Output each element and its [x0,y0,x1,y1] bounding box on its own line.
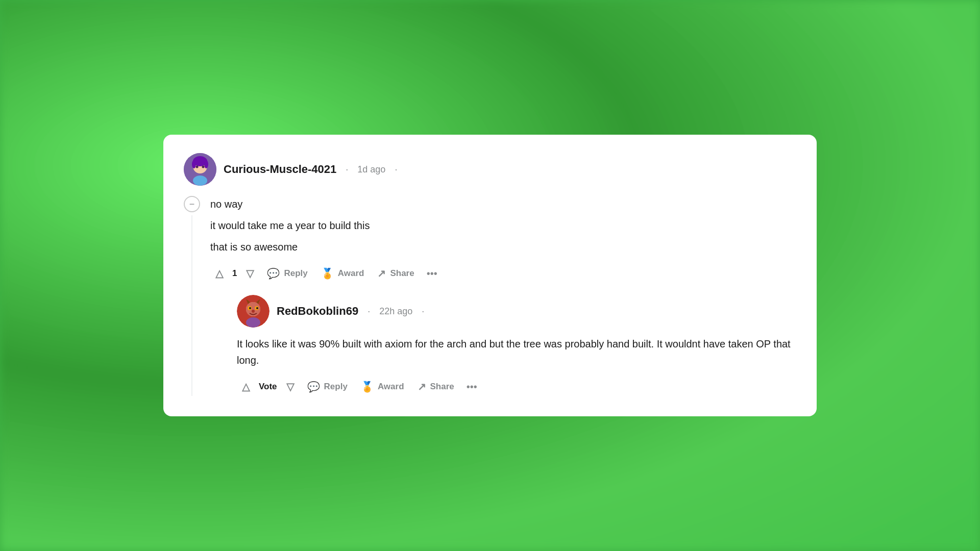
reply-more-button[interactable]: ••• [462,378,481,396]
reply-share-icon: ↗ [418,381,426,393]
reply-label: Reply [284,268,307,279]
reply-vote-label: Vote [259,382,277,392]
share-label: Share [390,268,414,279]
upvote-icon: △ [215,267,223,280]
comment-actions: △ 1 ▽ 💬 Reply 🏅 A [210,264,796,283]
svg-point-18 [252,310,255,313]
comment-line-1: no way [210,196,796,212]
award-icon: 🏅 [321,267,334,280]
share-button[interactable]: ↗ Share [372,264,419,283]
svg-point-6 [196,166,199,168]
reply-section: RedBokoblin69 · 22h ago · It looks like … [237,295,796,396]
comment-content: no way it would take me a year to build … [210,196,796,396]
share-icon: ↗ [377,267,386,280]
reply-timestamp: 22h ago [379,306,412,317]
svg-point-5 [204,160,208,168]
svg-point-19 [246,317,260,328]
svg-point-14 [249,307,251,309]
reply-award-icon: 🏅 [361,381,374,393]
vote-count: 1 [232,268,237,279]
reply-text: It looks like it was 90% built with axio… [237,336,796,368]
svg-point-4 [192,160,196,168]
award-button[interactable]: 🏅 Award [316,264,370,283]
reply-avatar [237,295,270,328]
reply-more-icon: ••• [467,381,477,392]
comment-body: − no way it would take me a year to buil… [184,196,796,396]
more-button[interactable]: ••• [423,265,442,283]
more-icon: ••• [427,268,437,279]
reply-actions: △ Vote ▽ 💬 Reply [237,378,796,396]
reply-award-label: Award [378,382,404,392]
top-comment-username: Curious-Muscle-4021 [224,163,336,176]
reply-reply-label: Reply [324,382,348,392]
reply-share-label: Share [430,382,454,392]
reply-reply-button[interactable]: 💬 Reply [302,378,353,396]
vote-section: △ 1 ▽ [210,264,259,283]
svg-point-7 [202,166,205,168]
downvote-button[interactable]: ▽ [241,264,259,283]
award-label: Award [338,268,364,279]
reply-downvote-icon: ▽ [286,381,294,393]
reply-downvote-button[interactable]: ▽ [281,378,299,396]
comment-header: Curious-Muscle-4021 · 1d ago · [184,153,796,186]
collapse-button[interactable]: − [184,196,200,212]
avatar [184,153,216,186]
top-comment: Curious-Muscle-4021 · 1d ago · − no way … [184,153,796,396]
reply-upvote-button[interactable]: △ [237,378,255,396]
svg-point-8 [193,176,207,186]
upvote-button[interactable]: △ [210,264,228,283]
reply-award-button[interactable]: 🏅 Award [356,378,409,396]
comment-line-3: that is so awesome [210,239,796,255]
downvote-icon: ▽ [246,267,254,280]
reply-upvote-icon: △ [242,381,250,393]
reply-button[interactable]: 💬 Reply [262,264,312,283]
left-column: − [184,196,200,396]
comment-card: Curious-Muscle-4021 · 1d ago · − no way … [163,135,817,416]
reply-reply-icon: 💬 [307,381,320,393]
reply-vote-section: △ Vote ▽ [237,378,299,396]
comment-line-2: it would take me a year to build this [210,217,796,234]
reply-username: RedBokoblin69 [277,305,358,318]
reply-header: RedBokoblin69 · 22h ago · [237,295,796,328]
reply-icon: 💬 [267,267,280,280]
thread-line [191,215,192,396]
svg-point-15 [256,307,258,309]
reply-share-button[interactable]: ↗ Share [412,378,459,396]
top-comment-timestamp: 1d ago [357,164,385,175]
